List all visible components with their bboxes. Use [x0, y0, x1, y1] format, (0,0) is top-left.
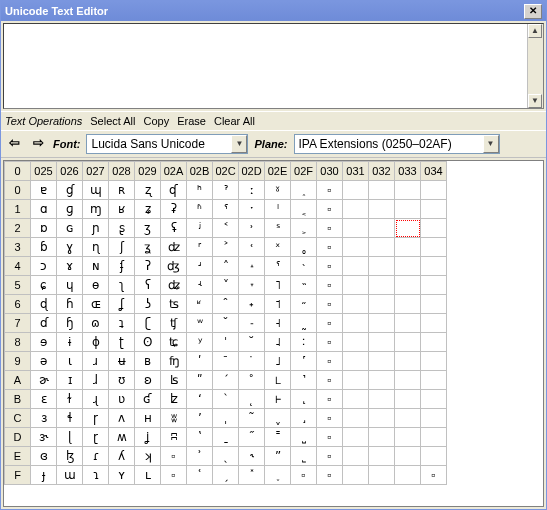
grid-cell[interactable]: ɺ — [83, 371, 109, 390]
grid-cell[interactable]: ʵ — [187, 276, 213, 295]
grid-cell[interactable]: ˷ — [291, 314, 317, 333]
copy-button[interactable]: Copy — [144, 115, 170, 127]
grid-cell[interactable]: ▫ — [317, 238, 343, 257]
grid-cell[interactable]: ˗ — [239, 314, 265, 333]
grid-cell[interactable]: ʄ — [109, 257, 135, 276]
grid-cell[interactable]: ˙ — [239, 352, 265, 371]
grid-cell[interactable]: ˯ — [265, 466, 291, 485]
grid-cell[interactable]: ˦ — [265, 295, 291, 314]
grid-cell[interactable]: ʧ — [161, 314, 187, 333]
grid-cell[interactable]: ▫ — [317, 333, 343, 352]
grid-cell[interactable]: ʁ — [109, 200, 135, 219]
grid-cell[interactable] — [421, 409, 447, 428]
grid-cell[interactable]: ʶ — [187, 295, 213, 314]
grid-cell[interactable]: ʖ — [135, 295, 161, 314]
grid-cell[interactable]: ɣ — [57, 238, 83, 257]
grid-cell[interactable]: ɞ — [31, 447, 57, 466]
grid-cell[interactable]: ▫ — [161, 447, 187, 466]
grid-cell[interactable]: ɔ — [31, 257, 57, 276]
grid-cell[interactable]: ʟ — [135, 466, 161, 485]
grid-cell[interactable]: ʆ — [109, 295, 135, 314]
grid-cell[interactable] — [395, 409, 421, 428]
grid-cell[interactable] — [421, 314, 447, 333]
grid-cell[interactable]: ɼ — [83, 409, 109, 428]
grid-cell[interactable]: ɢ — [57, 219, 83, 238]
grid-cell[interactable]: ˨ — [265, 333, 291, 352]
grid-cell[interactable]: ʫ — [161, 390, 187, 409]
grid-cell[interactable] — [369, 219, 395, 238]
grid-cell[interactable] — [421, 238, 447, 257]
grid-cell[interactable]: ʪ — [161, 371, 187, 390]
grid-cell[interactable]: ▫ — [317, 371, 343, 390]
grid-cell[interactable]: ˂ — [213, 219, 239, 238]
grid-cell[interactable]: ʚ — [135, 371, 161, 390]
grid-cell[interactable]: ʽ — [187, 428, 213, 447]
grid-cell[interactable] — [395, 219, 421, 238]
grid-cell[interactable]: ˑ — [239, 200, 265, 219]
grid-cell[interactable] — [343, 181, 369, 200]
grid-cell[interactable]: ʈ — [109, 333, 135, 352]
grid-cell[interactable]: ˜ — [239, 409, 265, 428]
grid-cell[interactable]: ʜ — [135, 409, 161, 428]
close-button[interactable]: ✕ — [524, 4, 542, 19]
grid-cell[interactable]: ˋ — [213, 390, 239, 409]
grid-cell[interactable] — [369, 238, 395, 257]
grid-cell[interactable] — [421, 333, 447, 352]
grid-cell[interactable]: ɪ — [57, 371, 83, 390]
grid-cell[interactable]: ˰ — [291, 181, 317, 200]
grid-cell[interactable]: ɓ — [31, 238, 57, 257]
grid-cell[interactable]: ʐ — [135, 181, 161, 200]
grid-cell[interactable]: ɳ — [83, 238, 109, 257]
grid-cell[interactable]: ɒ — [31, 219, 57, 238]
grid-cell[interactable]: ˒ — [239, 219, 265, 238]
grid-cell[interactable]: ʾ — [187, 447, 213, 466]
grid-cell[interactable]: ▫ — [317, 447, 343, 466]
grid-cell[interactable] — [369, 257, 395, 276]
grid-cell[interactable]: ɖ — [31, 295, 57, 314]
grid-cell[interactable]: ɟ — [31, 466, 57, 485]
grid-cell[interactable]: ʢ — [161, 219, 187, 238]
grid-cell[interactable]: ˌ — [213, 409, 239, 428]
next-plane-button[interactable]: ⇨ — [29, 136, 47, 152]
grid-cell[interactable] — [395, 238, 421, 257]
grid-cell[interactable] — [421, 257, 447, 276]
grid-cell[interactable]: ▫ — [317, 219, 343, 238]
grid-cell[interactable] — [369, 466, 395, 485]
grid-cell[interactable]: ʀ — [109, 181, 135, 200]
grid-cell[interactable]: ʰ — [187, 181, 213, 200]
grid-cell[interactable]: ˺ — [291, 371, 317, 390]
grid-cell[interactable]: ˪ — [265, 371, 291, 390]
grid-cell[interactable]: ʗ — [135, 314, 161, 333]
grid-cell[interactable]: ʦ — [161, 295, 187, 314]
grid-cell[interactable]: ʱ — [187, 200, 213, 219]
grid-cell[interactable]: ɯ — [57, 466, 83, 485]
grid-cell[interactable]: ▫ — [317, 314, 343, 333]
grid-cell[interactable] — [343, 466, 369, 485]
grid-cell[interactable]: ɠ — [57, 181, 83, 200]
grid-cell[interactable]: ɚ — [31, 371, 57, 390]
grid-cell[interactable]: ʑ — [135, 200, 161, 219]
erase-button[interactable]: Erase — [177, 115, 206, 127]
grid-cell[interactable] — [421, 390, 447, 409]
grid-cell[interactable]: ˆ — [213, 295, 239, 314]
grid-cell[interactable]: ˵ — [291, 276, 317, 295]
grid-cell[interactable] — [421, 371, 447, 390]
grid-cell[interactable]: ʿ — [187, 466, 213, 485]
grid-cell[interactable]: ʡ — [161, 200, 187, 219]
grid-cell[interactable] — [421, 181, 447, 200]
grid-cell[interactable]: ˄ — [213, 257, 239, 276]
grid-cell[interactable]: ʬ — [161, 409, 187, 428]
grid-cell[interactable]: ˹ — [291, 352, 317, 371]
grid-cell[interactable]: ʻ — [187, 390, 213, 409]
text-input[interactable] — [4, 24, 527, 108]
grid-cell[interactable]: ʃ — [109, 238, 135, 257]
grid-cell[interactable]: ʒ — [135, 219, 161, 238]
grid-cell[interactable] — [421, 447, 447, 466]
grid-cell[interactable]: ˸ — [291, 333, 317, 352]
grid-cell[interactable] — [343, 447, 369, 466]
grid-cell[interactable]: ˞ — [239, 447, 265, 466]
grid-cell[interactable]: ʲ — [187, 219, 213, 238]
grid-cell[interactable]: ▫ — [317, 181, 343, 200]
grid-cell[interactable] — [369, 295, 395, 314]
grid-cell[interactable]: ɥ — [57, 276, 83, 295]
